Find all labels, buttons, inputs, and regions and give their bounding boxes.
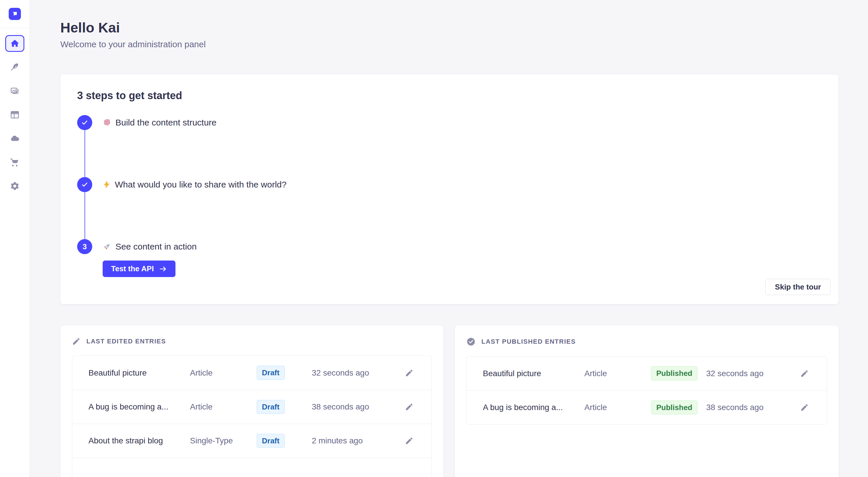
check-icon bbox=[81, 181, 89, 189]
entry-name: Beautiful picture bbox=[483, 369, 584, 378]
check-icon bbox=[81, 119, 89, 126]
step-2: What would you like to share with the wo… bbox=[77, 177, 822, 192]
last-published-title: LAST PUBLISHED ENTRIES bbox=[482, 338, 576, 345]
last-edited-header: LAST EDITED ENTRIES bbox=[72, 337, 432, 346]
sidebar bbox=[0, 0, 30, 477]
edit-entry-button[interactable] bbox=[403, 435, 415, 447]
entry-type: Article bbox=[190, 368, 257, 378]
step-3-label: See content in action bbox=[103, 242, 197, 251]
step-2-check-circle bbox=[77, 177, 92, 192]
step-connector bbox=[84, 192, 85, 239]
layout-icon bbox=[10, 110, 20, 120]
entry-name: A bug is becoming a... bbox=[89, 402, 190, 411]
onboarding-title: 3 steps to get started bbox=[77, 90, 822, 102]
entry-time: 38 seconds ago bbox=[312, 402, 398, 411]
page-subtitle: Welcome to your administration panel bbox=[60, 39, 838, 49]
gear-icon bbox=[10, 181, 20, 191]
table-row: Beautiful picture Article Draft 32 secon… bbox=[72, 356, 432, 390]
zap-emoji-icon bbox=[103, 180, 111, 189]
cart-icon bbox=[10, 157, 20, 167]
sidebar-item-content-type-builder[interactable] bbox=[5, 106, 24, 123]
step-2-label: What would you like to share with the wo… bbox=[103, 180, 286, 190]
last-edited-entries-card: LAST EDITED ENTRIES Beautiful picture Ar… bbox=[60, 326, 443, 477]
entry-time: 32 seconds ago bbox=[706, 369, 793, 378]
pencil-icon bbox=[405, 436, 413, 445]
pencil-icon bbox=[72, 337, 81, 346]
sidebar-item-media-library[interactable] bbox=[5, 82, 24, 99]
entry-type: Article bbox=[584, 403, 651, 412]
sidebar-item-home[interactable] bbox=[5, 35, 24, 52]
entry-name: Beautiful picture bbox=[89, 368, 190, 378]
pencil-icon bbox=[800, 403, 809, 412]
status-badge: Published bbox=[651, 401, 698, 415]
arrow-right-icon bbox=[159, 265, 167, 273]
main-content: Hello Kai Welcome to your administration… bbox=[30, 0, 868, 477]
sidebar-item-cloud[interactable] bbox=[5, 130, 24, 147]
last-published-table: Beautiful picture Article Published 32 s… bbox=[466, 356, 827, 424]
sidebar-nav bbox=[5, 28, 24, 195]
pencil-icon bbox=[800, 369, 809, 378]
status-badge: Published bbox=[651, 366, 698, 380]
cloud-icon bbox=[9, 133, 20, 144]
skip-tour-button[interactable]: Skip the tour bbox=[765, 279, 831, 295]
widgets-section: LAST EDITED ENTRIES Beautiful picture Ar… bbox=[60, 326, 838, 477]
logo-container bbox=[0, 0, 30, 28]
entry-type: Single-Type bbox=[190, 436, 257, 445]
home-icon bbox=[10, 38, 20, 48]
brain-emoji-icon bbox=[103, 118, 111, 127]
images-icon bbox=[10, 86, 20, 96]
entry-name: A bug is becoming a... bbox=[483, 403, 584, 412]
step-1-check-circle bbox=[77, 115, 92, 130]
step-1-label: Build the content structure bbox=[103, 118, 217, 128]
sidebar-item-settings[interactable] bbox=[5, 178, 24, 195]
table-row: About the strapi blog Single-Type Draft … bbox=[72, 424, 432, 457]
entry-time: 38 seconds ago bbox=[706, 403, 793, 412]
table-row-partial bbox=[72, 457, 432, 477]
test-api-button[interactable]: Test the API bbox=[103, 261, 176, 277]
table-row: A bug is becoming a... Article Published… bbox=[467, 390, 827, 424]
entry-type: Article bbox=[190, 402, 257, 411]
onboarding-steps: Build the content structure bbox=[77, 115, 822, 277]
last-published-header: LAST PUBLISHED ENTRIES bbox=[466, 337, 827, 346]
status-badge: Draft bbox=[257, 434, 285, 448]
step-3: 3 bbox=[77, 239, 822, 254]
status-badge: Draft bbox=[257, 366, 285, 380]
sidebar-item-content-manager[interactable] bbox=[5, 59, 24, 76]
step-connector bbox=[84, 130, 85, 177]
entry-name: About the strapi blog bbox=[89, 436, 190, 445]
check-circle-icon bbox=[466, 337, 476, 346]
last-edited-title: LAST EDITED ENTRIES bbox=[86, 338, 166, 345]
step-1: Build the content structure bbox=[77, 115, 822, 130]
pencil-icon bbox=[405, 369, 413, 377]
last-edited-table: Beautiful picture Article Draft 32 secon… bbox=[72, 355, 432, 477]
page-title: Hello Kai bbox=[60, 20, 838, 36]
pencil-icon bbox=[405, 403, 413, 411]
edit-entry-button[interactable] bbox=[403, 401, 415, 413]
rocket-emoji-icon bbox=[103, 242, 111, 251]
step-3-number-circle: 3 bbox=[77, 239, 92, 254]
edit-entry-button[interactable] bbox=[798, 368, 811, 380]
sidebar-item-marketplace[interactable] bbox=[5, 154, 24, 171]
edit-entry-button[interactable] bbox=[403, 367, 415, 379]
feather-icon bbox=[10, 62, 20, 72]
table-row: A bug is becoming a... Article Draft 38 … bbox=[72, 390, 432, 424]
strapi-logo[interactable] bbox=[9, 8, 21, 20]
onboarding-card: 3 steps to get started bbox=[60, 74, 838, 304]
strapi-logo-icon bbox=[11, 10, 19, 18]
entry-time: 2 minutes ago bbox=[312, 436, 398, 445]
entry-time: 32 seconds ago bbox=[312, 368, 398, 378]
edit-entry-button[interactable] bbox=[798, 401, 811, 413]
entry-type: Article bbox=[584, 369, 651, 378]
table-row: Beautiful picture Article Published 32 s… bbox=[467, 356, 827, 390]
status-badge: Draft bbox=[257, 400, 285, 414]
last-published-entries-card: LAST PUBLISHED ENTRIES Beautiful picture… bbox=[455, 326, 839, 477]
